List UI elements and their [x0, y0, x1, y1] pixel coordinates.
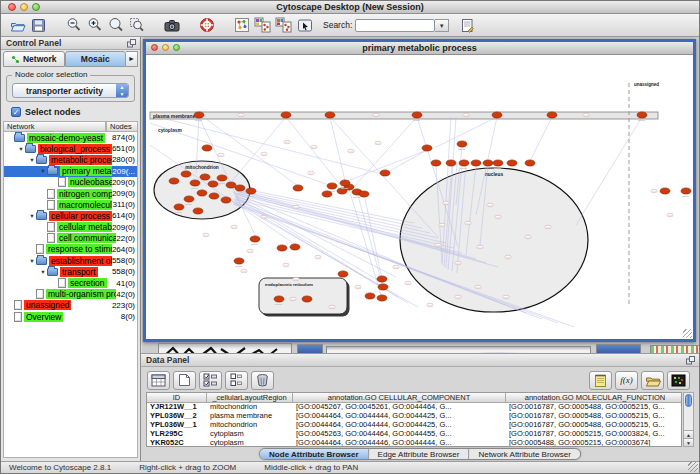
network-node[interactable] — [422, 145, 432, 151]
network-node-unselected[interactable] — [283, 263, 289, 267]
network-node[interactable] — [184, 196, 194, 202]
network-node-unselected[interactable] — [495, 215, 501, 219]
table-cell[interactable]: [GO:0045267, GO:0045261, GO:0044464, G..… — [293, 403, 506, 412]
table-cell[interactable]: YJR121W__1 — [147, 403, 207, 412]
network-node-unselected[interactable] — [455, 295, 461, 299]
network-node-unselected[interactable] — [247, 249, 253, 253]
unselect-attributes-icon[interactable] — [225, 371, 248, 390]
close-view-button[interactable] — [151, 44, 158, 51]
tab-network-attribute-browser[interactable]: Network Attribute Browser — [469, 449, 579, 459]
minimize-window-button[interactable] — [20, 3, 28, 11]
network-node[interactable] — [377, 276, 387, 282]
zoom-fit-icon[interactable] — [105, 16, 126, 35]
network-node[interactable] — [190, 180, 200, 186]
network-node-unselected[interactable] — [241, 269, 247, 273]
network-node-unselected[interactable] — [348, 149, 354, 153]
network-node-unselected[interactable] — [329, 305, 335, 309]
notepad-icon[interactable] — [589, 371, 612, 390]
network-node[interactable] — [197, 190, 207, 196]
tab-mosaic[interactable]: Mosaic — [65, 51, 127, 67]
network-node[interactable] — [226, 182, 236, 188]
tree-row[interactable]: Overview8(0) — [4, 311, 137, 322]
network-node[interactable] — [202, 145, 212, 151]
open-file-icon[interactable] — [7, 16, 28, 35]
network-node-unselected[interactable] — [261, 152, 267, 156]
network-node[interactable] — [507, 160, 517, 166]
network-node[interactable] — [325, 112, 335, 118]
combobox-stepper-icon[interactable]: ▲▼ — [116, 84, 128, 97]
tree-row[interactable]: ▼biological_process651(0) — [4, 143, 137, 154]
table-row[interactable]: YPL036W__2plasma membrane[GO:0044464, GO… — [147, 412, 681, 421]
network-node[interactable] — [359, 191, 369, 197]
network-node[interactable] — [174, 204, 184, 210]
network-node[interactable] — [338, 271, 348, 277]
tree-row[interactable]: response to stimulu264(0) — [4, 244, 137, 255]
tree-row[interactable]: secretion41(0) — [4, 277, 137, 288]
network-node-unselected[interactable] — [443, 201, 449, 205]
network-node[interactable] — [457, 141, 467, 147]
table-cell[interactable]: mitochondrion — [207, 403, 293, 412]
table-row[interactable]: YKR052Ccytoplasm[GO:0044464, GO:0044446,… — [147, 439, 681, 447]
network-node[interactable] — [377, 295, 387, 301]
window-resize-grip[interactable] — [688, 462, 698, 472]
network-node-unselected[interactable] — [293, 205, 299, 209]
tree-row[interactable]: nucleobase-209(0) — [4, 177, 137, 188]
table-cell[interactable]: YPL036W__1 — [147, 421, 207, 430]
network-node-unselected[interactable] — [475, 285, 481, 289]
network-node[interactable] — [235, 185, 245, 191]
tree-row[interactable]: ▼cellular process614(0) — [4, 210, 137, 221]
network-node-unselected[interactable] — [231, 225, 237, 229]
network-node-unselected[interactable] — [463, 113, 469, 117]
network-node-unselected[interactable] — [203, 233, 209, 237]
scroll-down-icon[interactable]: ▼ — [684, 438, 693, 446]
disclosure-triangle-icon[interactable]: ▼ — [28, 213, 36, 219]
tab-network[interactable]: Network — [3, 51, 65, 67]
tree-col-network[interactable]: Network — [3, 121, 106, 132]
network-node[interactable] — [277, 245, 287, 251]
network-node-unselected[interactable] — [315, 255, 321, 259]
network-node-unselected[interactable] — [311, 145, 317, 149]
network-node[interactable] — [493, 160, 503, 166]
table-cell[interactable]: [GO:0016787, GO:0005488, GO:0005215, G..… — [506, 403, 682, 412]
tree-row[interactable]: mosaic-demo-yeast874(0) — [4, 132, 137, 143]
select-nodes-checkbox[interactable]: ✓ — [11, 107, 21, 117]
network-node[interactable] — [209, 193, 219, 199]
network-node-unselected[interactable] — [525, 235, 531, 239]
select-attributes-icon[interactable] — [199, 371, 222, 390]
vizmapper-b-icon[interactable] — [273, 16, 294, 35]
zoom-in-icon[interactable] — [84, 16, 105, 35]
network-node-unselected[interactable] — [373, 113, 379, 117]
tree-row[interactable]: ▼primary metabo209(... — [4, 166, 137, 177]
tree-row[interactable]: nitrogen compo209(0) — [4, 188, 137, 199]
network-node-unselected[interactable] — [308, 171, 314, 175]
network-node[interactable] — [281, 112, 291, 118]
network-node[interactable] — [290, 244, 300, 250]
close-window-button[interactable] — [8, 3, 16, 11]
network-node-unselected[interactable] — [261, 215, 267, 219]
table-cell[interactable]: YPL036W__2 — [147, 412, 207, 421]
minimize-view-button[interactable] — [162, 44, 169, 51]
network-node[interactable] — [340, 180, 350, 186]
tree-row[interactable]: cellular metabo209(0) — [4, 222, 137, 233]
node-color-combobox[interactable]: transporter activity ▲▼ — [12, 83, 129, 98]
search-input[interactable] — [355, 19, 435, 32]
save-session-icon[interactable] — [28, 16, 49, 35]
network-node[interactable] — [378, 284, 388, 290]
attribute-table[interactable]: ID_cellularLayoutRegionannotation.GO CEL… — [146, 392, 682, 447]
tab-overflow-arrow[interactable]: ► — [126, 51, 138, 67]
network-node[interactable] — [412, 112, 422, 118]
network-node[interactable] — [221, 197, 231, 203]
network-node-unselected[interactable] — [505, 255, 511, 259]
zoom-selected-icon[interactable] — [126, 16, 147, 35]
tree-row[interactable]: cell communicat22(0) — [4, 233, 137, 244]
network-node[interactable] — [327, 183, 337, 189]
network-node[interactable] — [365, 293, 375, 299]
network-node[interactable] — [274, 296, 284, 302]
vizmapper-a-icon[interactable] — [252, 16, 273, 35]
network-node[interactable] — [459, 160, 469, 166]
zoom-view-button[interactable] — [173, 44, 180, 51]
attribute-table-icon[interactable] — [147, 371, 170, 390]
network-node-unselected[interactable] — [651, 189, 657, 193]
network-node[interactable] — [302, 296, 312, 302]
network-node-unselected[interactable] — [284, 140, 290, 144]
